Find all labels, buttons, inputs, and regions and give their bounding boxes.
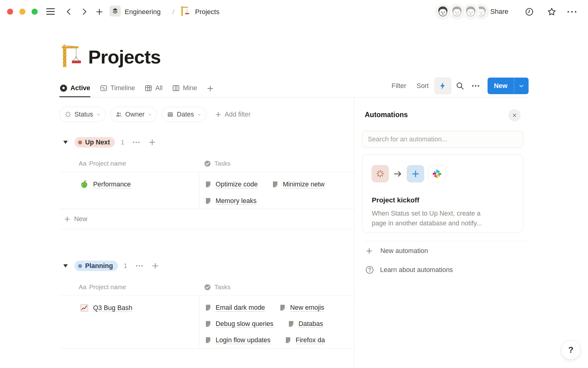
chart-increasing-emoji <box>80 303 89 312</box>
breadcrumb-workspace[interactable]: Engineering <box>125 8 160 16</box>
close-window-button[interactable] <box>7 9 13 15</box>
forward-icon[interactable] <box>80 7 88 16</box>
task-page-link[interactable]: New emojis <box>279 304 324 312</box>
sort-button[interactable]: Sort <box>417 82 428 90</box>
page-icon <box>205 304 212 311</box>
task-page-link[interactable]: Minimize netw <box>272 181 324 188</box>
help-button[interactable]: ? <box>561 340 581 360</box>
star-circle-icon <box>59 84 68 92</box>
plus-icon <box>411 169 420 178</box>
automations-button[interactable] <box>434 77 451 94</box>
tab-label: Mine <box>183 84 197 92</box>
zoom-window-button[interactable] <box>32 9 38 15</box>
add-filter-button[interactable]: Add filter <box>215 111 251 118</box>
column-header-tasks[interactable]: Tasks <box>204 155 230 172</box>
new-record-button[interactable]: New <box>488 78 529 94</box>
project-name-cell[interactable]: Performance <box>80 176 131 193</box>
filter-chip-owner[interactable]: Owner <box>110 107 157 122</box>
new-page-icon[interactable] <box>95 8 104 16</box>
chevron-down-icon <box>148 112 152 117</box>
updates-clock-icon[interactable] <box>525 7 534 16</box>
task-page-link[interactable]: Optimize code <box>205 181 258 188</box>
arrow-right-icon <box>393 169 402 178</box>
automation-card-project-kickoff[interactable]: Project kickoff When Status set to Up Ne… <box>362 155 523 232</box>
check-circle-icon <box>204 160 211 167</box>
filter-button[interactable]: Filter <box>392 82 406 90</box>
status-badge-up-next[interactable]: Up Next <box>74 137 115 148</box>
more-options-icon[interactable] <box>567 11 576 13</box>
table-row[interactable]: Performance Optimize code Minimize netw … <box>59 172 354 209</box>
page-icon <box>205 197 212 205</box>
breadcrumb-page[interactable]: Projects <box>195 8 219 16</box>
page-icon <box>205 181 212 188</box>
favorite-star-icon[interactable] <box>547 7 556 17</box>
avatar[interactable] <box>449 4 465 20</box>
status-dot <box>78 140 82 144</box>
task-page-link[interactable]: Email dark mode <box>205 304 265 312</box>
plus-icon <box>206 85 214 92</box>
automations-panel-title: Automations <box>365 111 408 119</box>
group-add-icon[interactable] <box>151 262 159 270</box>
search-icon[interactable] <box>456 82 464 90</box>
column-header-project-name[interactable]: Aa Project name <box>79 155 126 172</box>
automation-search-input[interactable] <box>362 131 523 148</box>
automation-flow-icons <box>371 165 446 182</box>
task-page-link[interactable]: Memory leaks <box>205 197 257 205</box>
sidebar-menu-icon[interactable] <box>46 8 55 15</box>
group-add-icon[interactable] <box>148 138 156 146</box>
back-icon[interactable] <box>65 7 73 16</box>
new-row-button[interactable]: New <box>59 209 354 229</box>
column-divider <box>199 296 199 348</box>
status-badge-planning[interactable]: Planning <box>74 261 118 271</box>
collapse-triangle-icon[interactable] <box>63 264 68 268</box>
view-tabs: Active Timeline All Mine <box>59 84 214 97</box>
column-header-project-name[interactable]: Aa Project name <box>79 278 126 296</box>
question-circle-icon <box>365 266 374 274</box>
people-icon <box>115 111 122 118</box>
add-view-button[interactable] <box>206 85 214 97</box>
new-automation-button[interactable]: New automation <box>365 247 428 255</box>
board-icon <box>172 84 180 92</box>
window-controls <box>7 9 38 15</box>
tab-mine[interactable]: Mine <box>172 84 197 97</box>
panel-divider[interactable] <box>354 98 354 368</box>
page-icon <box>279 304 286 311</box>
task-page-link[interactable]: Debug slow queries <box>205 320 273 328</box>
new-button-dropdown[interactable] <box>514 78 529 94</box>
group-options-icon[interactable] <box>132 138 141 147</box>
new-button-label[interactable]: New <box>488 78 514 94</box>
task-page-link[interactable]: Firefox da <box>285 336 325 344</box>
column-header-tasks[interactable]: Tasks <box>204 278 230 296</box>
close-panel-button[interactable] <box>508 109 521 121</box>
tasks-cell[interactable]: Email dark mode New emojis Debug slow qu… <box>205 296 353 348</box>
workspace-layers-icon[interactable] <box>110 6 121 17</box>
status-burst-icon <box>65 111 71 118</box>
project-name-cell[interactable]: Q3 Bug Bash <box>80 300 132 316</box>
project-page-link[interactable]: Q3 Bug Bash <box>93 304 132 312</box>
avatar[interactable] <box>435 4 451 20</box>
task-label: Minimize netw <box>283 181 324 188</box>
learn-label: Learn about automations <box>380 266 453 274</box>
tab-timeline[interactable]: Timeline <box>100 84 135 97</box>
page-icon <box>205 337 212 344</box>
filter-chip-status[interactable]: Status <box>59 107 106 122</box>
page-title[interactable]: Projects <box>88 46 161 68</box>
minimize-window-button[interactable] <box>19 9 25 15</box>
tab-all[interactable]: All <box>144 84 163 97</box>
learn-about-automations-link[interactable]: Learn about automations <box>365 266 453 274</box>
table-row[interactable]: Q3 Bug Bash Email dark mode New emojis D… <box>59 296 354 349</box>
task-page-link[interactable]: Databas <box>288 320 323 328</box>
avatar[interactable] <box>463 4 479 20</box>
group-header-planning: Planning 1 <box>59 259 354 272</box>
tab-active[interactable]: Active <box>59 84 90 97</box>
project-page-link[interactable]: Performance <box>93 181 131 188</box>
share-button[interactable]: Share <box>490 8 508 16</box>
task-page-link[interactable]: Login flow updates <box>205 336 270 344</box>
page-crane-emoji[interactable] <box>60 43 83 67</box>
collapse-triangle-icon[interactable] <box>63 140 68 144</box>
group-options-icon[interactable] <box>135 262 144 270</box>
filter-chip-dates[interactable]: Dates <box>162 107 206 122</box>
page-icon <box>285 337 292 344</box>
tasks-cell[interactable]: Optimize code Minimize netw Memory leaks <box>205 172 353 209</box>
view-options-icon[interactable] <box>471 81 480 90</box>
